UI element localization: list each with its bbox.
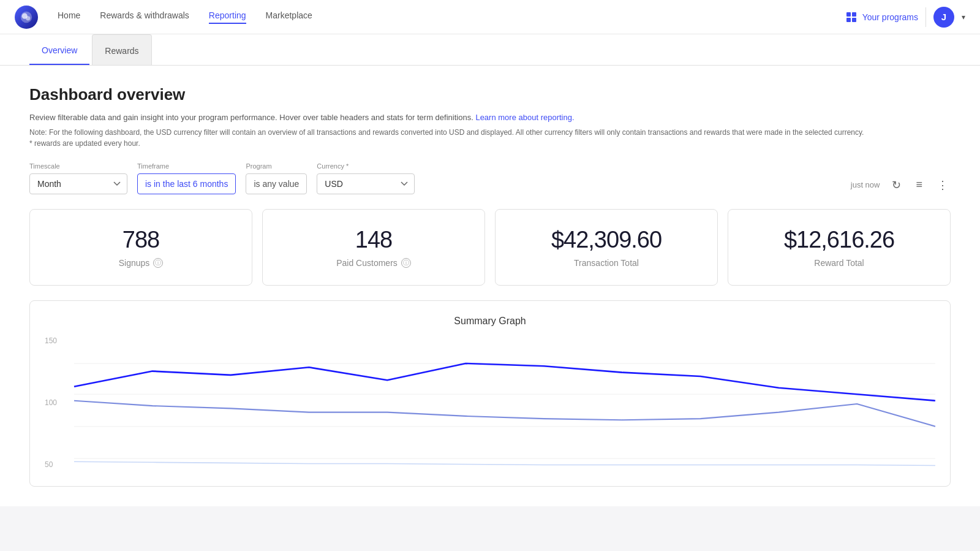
dashboard-note: Note: For the following dashboard, the U… — [29, 128, 951, 137]
page-title: Dashboard overview — [29, 85, 951, 104]
app-logo[interactable] — [15, 6, 38, 29]
user-avatar[interactable]: J — [933, 7, 954, 28]
learn-more-link[interactable]: Learn more about reporting. — [475, 113, 574, 122]
timeframe-filter: Timeframe is in the last 6 months — [137, 162, 236, 194]
dashboard-content: Dashboard overview Review filterable dat… — [0, 66, 980, 506]
stat-paid-customers: 148 Paid Customers ⓘ — [262, 209, 485, 286]
timeframe-label: Timeframe — [137, 162, 236, 170]
paid-customers-info-icon[interactable]: ⓘ — [401, 258, 411, 268]
signups-info-icon[interactable]: ⓘ — [153, 258, 163, 268]
nav-home[interactable]: Home — [58, 10, 80, 24]
tabs-bar: Overview Rewards — [0, 34, 980, 66]
graph-svg — [74, 336, 935, 471]
timescale-select[interactable]: Month — [29, 173, 127, 194]
nav-marketplace[interactable]: Marketplace — [266, 10, 312, 24]
y-label-100: 100 — [45, 398, 57, 407]
tab-rewards[interactable]: Rewards — [92, 34, 151, 65]
transaction-total-value: $42,309.60 — [510, 227, 703, 253]
transaction-total-label: Transaction Total — [510, 258, 703, 268]
program-label: Program — [246, 162, 307, 170]
signups-label: Signups ⓘ — [45, 258, 237, 268]
filter-icon-button[interactable]: ≡ — [913, 176, 925, 194]
programs-label: Your programs — [862, 12, 918, 22]
nav-divider — [925, 7, 926, 27]
currency-label: Currency * — [317, 162, 415, 170]
reward-total-value: $12,616.26 — [743, 227, 935, 253]
nav-right: Your programs J ▾ — [846, 7, 965, 28]
paid-customers-value: 148 — [277, 227, 470, 253]
summary-graph-container: Summary Graph 150 100 50 — [29, 300, 951, 487]
nav-links: Home Rewards & withdrawals Reporting Mar… — [58, 10, 846, 24]
timescale-filter: Timescale Month — [29, 162, 127, 194]
filter-actions: just now ↻ ≡ ⋮ — [851, 176, 951, 194]
program-button[interactable]: is any value — [246, 173, 307, 194]
timeframe-button[interactable]: is in the last 6 months — [137, 173, 236, 194]
svg-point-2 — [26, 16, 30, 20]
stat-signups: 788 Signups ⓘ — [29, 209, 252, 286]
filters-bar: Timescale Month Timeframe is in the last… — [29, 162, 951, 194]
y-label-50: 50 — [45, 460, 57, 469]
currency-select[interactable]: USD EUR GBP CAD — [317, 173, 415, 194]
chevron-down-icon[interactable]: ▾ — [962, 13, 965, 21]
tab-overview[interactable]: Overview — [29, 34, 89, 65]
y-axis-labels: 150 100 50 — [45, 336, 57, 471]
stats-grid: 788 Signups ⓘ 148 Paid Customers ⓘ $42,3… — [29, 209, 951, 286]
nav-rewards[interactable]: Rewards & withdrawals — [100, 10, 189, 24]
graph-line-3 — [74, 462, 935, 465]
currency-filter: Currency * USD EUR GBP CAD — [317, 162, 415, 194]
program-filter: Program is any value — [246, 162, 307, 194]
reward-total-label: Reward Total — [743, 258, 935, 268]
main-content: Overview Rewards Dashboard overview Revi… — [0, 34, 980, 506]
navbar: Home Rewards & withdrawals Reporting Mar… — [0, 0, 980, 34]
dashboard-description: Review filterable data and gain insight … — [29, 112, 951, 124]
signups-value: 788 — [45, 227, 237, 253]
stat-reward-total: $12,616.26 Reward Total — [728, 209, 951, 286]
graph-line-1 — [74, 363, 935, 401]
more-options-button[interactable]: ⋮ — [935, 176, 951, 194]
refresh-button[interactable]: ↻ — [889, 176, 903, 194]
timescale-label: Timescale — [29, 162, 127, 170]
nav-reporting[interactable]: Reporting — [209, 10, 246, 24]
graph-area: 150 100 50 — [45, 336, 935, 471]
graph-line-2 — [74, 401, 935, 427]
your-programs-button[interactable]: Your programs — [846, 12, 918, 22]
programs-grid-icon — [846, 12, 858, 22]
stat-transaction-total: $42,309.60 Transaction Total — [495, 209, 718, 286]
paid-customers-label: Paid Customers ⓘ — [277, 258, 470, 268]
y-label-150: 150 — [45, 336, 57, 345]
dashboard-asterisk: * rewards are updated every hour. — [29, 139, 951, 148]
last-refresh-time: just now — [851, 180, 880, 189]
summary-graph-title: Summary Graph — [45, 316, 935, 327]
